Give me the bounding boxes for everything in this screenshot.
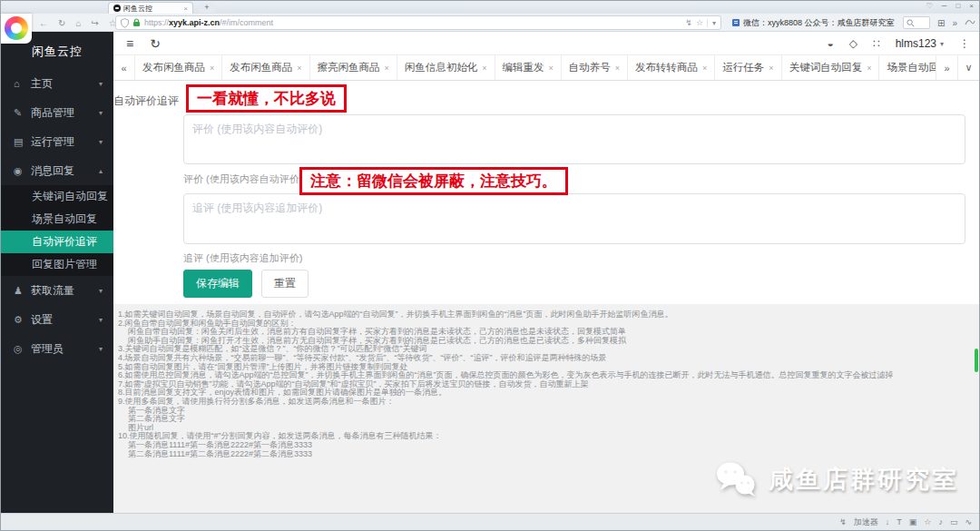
sidebar-item[interactable]: ⌂主页▾ <box>1 69 113 98</box>
help-line: 第一条消息文字 <box>118 407 979 416</box>
reset-button[interactable]: 重置 <box>261 270 309 298</box>
page-content: 自动评价追评 一看就懂，不比多说 评价 (使用该内容自动评价) 注意：留微信会被… <box>113 81 979 515</box>
url-text: https://xyyk.api-z.cn/#/im/comment <box>144 18 273 27</box>
browser-statusbar: ↯加速器↓T▣☆♪▭∿ <box>1 513 979 530</box>
home-icon[interactable]: ⌂ <box>75 18 81 28</box>
gesture-icon[interactable]: ∿ <box>965 517 972 526</box>
view-tab[interactable]: 场景自动回复× <box>879 55 936 80</box>
browser-logo-icon[interactable] <box>5 16 28 40</box>
help-line: 第二条消息文字 <box>118 415 979 424</box>
browser-tab[interactable]: 闲鱼云控 × <box>108 2 193 14</box>
chevron-down-icon: ▾ <box>940 40 944 48</box>
hamburger-icon[interactable]: ≡ <box>126 36 133 51</box>
mouse-gesture-icon[interactable] <box>965 17 975 28</box>
sidebar-item[interactable]: ◉消息回复▴ <box>1 156 113 185</box>
sidebar-item[interactable]: ▤运行管理▾ <box>1 127 113 156</box>
tab-close-icon[interactable]: × <box>183 5 188 13</box>
tab-close-icon[interactable]: × <box>769 64 773 73</box>
window-controls: ♡─□× <box>926 2 974 10</box>
sidebar-subitem[interactable]: 回复图片管理 <box>1 253 113 276</box>
tab-close-icon[interactable]: × <box>615 64 620 73</box>
user-dropdown[interactable]: hlms123 ▾ <box>896 37 944 50</box>
tab-close-icon[interactable]: × <box>482 64 486 73</box>
favorites-heart-icon[interactable]: ♡ <box>926 2 933 10</box>
view-tab[interactable]: 关键词自动回复× <box>782 55 880 80</box>
bookmark-star-icon[interactable]: ☆ <box>696 18 703 27</box>
fullscreen-icon[interactable]: ∷ <box>873 37 880 50</box>
sidebar-item-label: 商品管理 <box>28 105 99 121</box>
search-icon <box>906 19 915 27</box>
tab-close-icon[interactable]: × <box>702 64 707 73</box>
save-button[interactable]: 保存编辑 <box>183 270 252 298</box>
sidebar-subitem[interactable]: 关键词自动回复 <box>1 185 113 208</box>
minimize-icon[interactable]: ─ <box>942 2 947 10</box>
theme-icon[interactable]: ◒ <box>828 37 834 50</box>
back-icon[interactable]: ← <box>39 18 48 28</box>
sidebar-item[interactable]: ◎管理员▾ <box>1 334 113 363</box>
refresh-icon[interactable]: ↻ <box>150 36 161 51</box>
view-tab[interactable]: 擦亮闲鱼商品× <box>310 55 397 80</box>
view-tab[interactable]: 自动养号× <box>562 55 628 80</box>
username: hlms123 <box>896 37 936 50</box>
sidebar-subitem[interactable]: 自动评价追评 <box>1 231 113 253</box>
sidebar-item-label: 消息回复 <box>28 163 99 179</box>
view-tab[interactable]: 发布闲鱼商品× <box>135 55 222 80</box>
screenshot-icon[interactable]: ▣ <box>909 517 917 526</box>
tabs-menu-icon[interactable]: ∨ <box>957 55 979 80</box>
new-tab-button[interactable]: + <box>199 3 215 13</box>
maximize-icon[interactable]: □ <box>956 2 960 10</box>
accelerator-icon[interactable]: ↯ <box>839 517 847 526</box>
view-tab[interactable]: 闲鱼信息初始化× <box>397 55 495 80</box>
url-dropdown-icon[interactable]: ▾ <box>707 19 716 27</box>
view-tab[interactable]: 发布转转商品× <box>628 55 715 80</box>
tab-close-icon[interactable]: × <box>297 64 301 73</box>
view-tab-label: 场景自动回复 <box>887 61 936 74</box>
chevron-down-icon: ▾ <box>99 138 103 146</box>
scroll-tabs-left-icon[interactable]: « <box>113 55 135 80</box>
sidebar: 闲鱼云控 ⌂主页▾✎商品管理▾▤运行管理▾◉消息回复▴关键词自动回复场景自动回复… <box>1 32 113 515</box>
close-icon[interactable]: × <box>969 2 974 10</box>
share-icon[interactable]: ↪ <box>91 18 98 28</box>
volume-icon[interactable]: ♪ <box>938 517 943 526</box>
chevron-down-icon: ▾ <box>99 109 103 117</box>
more-vert-icon[interactable]: ⋮ <box>959 37 970 50</box>
sidebar-item[interactable]: ⚙设置▾ <box>1 305 113 334</box>
browser-logo-plate <box>1 14 32 44</box>
comment-textarea[interactable] <box>183 114 965 164</box>
tab-close-icon[interactable]: × <box>385 64 389 73</box>
apps-grid-icon[interactable]: ⊞ <box>937 18 945 28</box>
window-icon[interactable]: ▭ <box>950 517 958 526</box>
address-bar[interactable]: https://xyyk.api-z.cn/#/im/comment ↯ ☆ ▾ <box>115 15 721 30</box>
tab-close-icon[interactable]: × <box>210 64 214 73</box>
sidebar-item[interactable]: ✎商品管理▾ <box>1 98 113 127</box>
sidebar-submenu: 关键词自动回复场景自动回复自动评价追评回复图片管理 <box>1 185 113 276</box>
sidebar-item-label: 运行管理 <box>28 134 99 150</box>
translate-icon[interactable]: T <box>897 517 902 526</box>
scrollbar-thumb[interactable] <box>975 349 978 372</box>
view-tab[interactable]: 编辑重发× <box>495 55 562 80</box>
reload-icon[interactable]: ↻ <box>58 18 65 28</box>
bookmark-item[interactable]: 微信：xyyk8808 公众号：咸鱼店群研究室 <box>732 16 895 29</box>
message-icon: ◉ <box>14 165 28 177</box>
download-icon[interactable]: ↓ <box>886 517 890 526</box>
admin-icon: ◎ <box>14 343 28 355</box>
browser-nav-icons: ←↻⌂↪☆ <box>39 14 117 32</box>
app-root: 闲鱼云控 ⌂主页▾✎商品管理▾▤运行管理▾◉消息回复▴关键词自动回复场景自动回复… <box>1 32 979 515</box>
scroll-tabs-right-icon[interactable]: » <box>936 55 957 80</box>
tag-icon[interactable]: ◇ <box>849 37 858 50</box>
sidebar-subitem[interactable]: 场景自动回复 <box>1 208 113 231</box>
lightning-icon[interactable]: ↯ <box>685 18 692 27</box>
view-tab[interactable]: 运行任务× <box>715 55 781 80</box>
edit-icon: ✎ <box>14 107 28 119</box>
append-textarea[interactable] <box>183 193 965 244</box>
sidebar-item[interactable]: ♟获取流量▾ <box>1 276 113 305</box>
home-icon: ⌂ <box>14 78 28 89</box>
statusbar-icons: ↯加速器↓T▣☆♪▭∿ <box>839 514 972 530</box>
search-box[interactable] <box>903 16 930 29</box>
tab-close-icon[interactable]: × <box>867 64 871 73</box>
view-tab[interactable]: 发布闲鱼商品× <box>222 55 309 80</box>
more-bookmarks-icon[interactable]: » <box>952 18 957 28</box>
collect-icon[interactable]: ☆ <box>924 517 931 526</box>
view-tab-label: 编辑重发 <box>503 61 544 74</box>
tab-close-icon[interactable]: × <box>549 64 554 73</box>
